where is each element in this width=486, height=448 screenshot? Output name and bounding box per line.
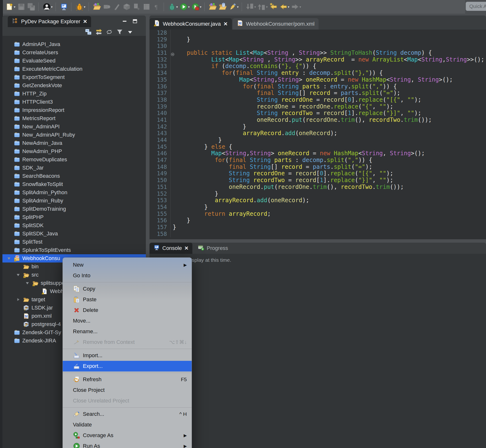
tree-item-sdk-jar[interactable]: SDK_Jar <box>2 164 146 172</box>
sync-icon[interactable] <box>105 27 113 37</box>
tree-item-splitsdk-java[interactable]: SplitSDK_Java <box>2 230 146 238</box>
project-closed-icon <box>14 180 20 188</box>
menu-item-go-into[interactable]: Go Into <box>63 270 192 281</box>
view-menu-icon[interactable] <box>126 27 134 37</box>
close-icon[interactable]: ✕ <box>83 19 88 24</box>
tree-item-snowflaketosplit[interactable]: SnowflakeToSplit <box>2 180 146 188</box>
close-icon[interactable]: ✕ <box>223 21 228 27</box>
project-closed-icon <box>14 230 20 238</box>
menu-item-search[interactable]: Search...^ H <box>63 409 192 419</box>
menu-item-paste[interactable]: Paste <box>63 294 192 305</box>
chevron-down-icon[interactable] <box>16 271 21 279</box>
tree-item-splitdemotraining[interactable]: SplitDemoTraining <box>2 205 146 213</box>
package-explorer-icon <box>12 17 18 26</box>
menu-item-refresh[interactable]: RefreshF5 <box>63 374 192 385</box>
menu-item-rename[interactable]: Rename... <box>63 326 192 337</box>
code-line-152: 152 } <box>149 191 486 197</box>
collapse-all-icon[interactable] <box>84 27 93 37</box>
chevron-right-icon[interactable] <box>16 296 21 304</box>
menu-item-copy[interactable]: Copy <box>63 284 192 294</box>
code-line-155: 155 return arrayRecord; <box>149 211 486 217</box>
tree-item-splitadmin-ruby[interactable]: SplitAdmin_Ruby <box>2 197 146 205</box>
tab-pydev-package-explorer[interactable]: PyDev Package Explorer ✕ <box>8 16 91 27</box>
line-number: 153 <box>149 197 170 204</box>
project-closed-icon <box>14 328 20 336</box>
tree-item-evaluateseed[interactable]: EvaluateSeed <box>2 57 146 65</box>
tree-item-splittest[interactable]: SplitTest <box>2 238 146 246</box>
menu-item-coverage-as[interactable]: Coverage As▶ <box>63 430 192 441</box>
debug-bug-button[interactable]: ▾ <box>75 1 86 12</box>
menu-item-delete[interactable]: Delete <box>63 305 192 316</box>
editor-tab-label: WebhookConsumer/pom.xml <box>246 21 315 27</box>
tree-item-label: SplitAdmin_Ruby <box>22 197 63 205</box>
tree-item-getzendeskvote[interactable]: GetZendeskVote <box>2 81 146 90</box>
folder-clipboard-button[interactable] <box>218 1 227 12</box>
code-text: for(final String parts : decomp.split(",… <box>170 157 372 164</box>
tree-item-splitphp[interactable]: SplitPHP <box>2 213 146 221</box>
console-tab-progress[interactable]: Progress <box>192 243 232 254</box>
convert-doc-button <box>132 1 141 12</box>
line-number: 129 <box>149 36 170 43</box>
menu-item-run-as[interactable]: Run As▶ <box>63 441 192 448</box>
tree-item-impressionreport[interactable]: ImpressionReport <box>2 106 146 114</box>
tree-item-http-zip[interactable]: HTTP_Zip <box>2 90 146 98</box>
back-button[interactable]: ▾ <box>279 1 290 12</box>
console-panel: Console✕Progress No consoles to display … <box>149 243 486 448</box>
code-line-157: 157} <box>149 224 486 231</box>
run-button[interactable]: ▾ <box>179 1 190 12</box>
menu-item-validate[interactable]: Validate <box>63 419 192 430</box>
tree-item-exporttosegment[interactable]: ExportToSegment <box>2 73 146 81</box>
console-tab-console[interactable]: Console✕ <box>149 243 192 254</box>
tree-item-httpclient3[interactable]: HTTPClient3 <box>2 98 146 106</box>
open-folder-balloons-button[interactable] <box>92 1 102 12</box>
pydev-console-button[interactable] <box>59 1 69 12</box>
tree-item-searchbeacons[interactable]: SearchBeacons <box>2 172 146 180</box>
tree-item-removeduplicates[interactable]: RemoveDuplicates <box>2 155 146 164</box>
code-editor[interactable]: 128129 }130131 public static List<Map<St… <box>149 30 486 239</box>
editor-tab-webhookconsumer-pom-xml[interactable]: MWebhookConsumer/pom.xml <box>233 18 319 30</box>
minimize-button[interactable] <box>122 18 128 24</box>
quick-access-input[interactable]: Quick A <box>466 2 486 11</box>
tree-item-splitadmin-python[interactable]: SplitAdmin_Python <box>2 188 146 197</box>
filter-icon[interactable] <box>116 27 124 37</box>
menu-item-new[interactable]: New▶ <box>63 260 192 270</box>
tree-item-correlateusers[interactable]: CorrelateUsers <box>2 48 146 57</box>
tree-item-metricsreport[interactable]: MetricsReport <box>2 114 146 122</box>
code-line-135: 135 Map<String,String> oneRecord = new H… <box>149 77 486 83</box>
tree-item-splunktosplitevents[interactable]: SplunkToSplitEvents <box>2 246 146 254</box>
prev-annotation-button: ▾ <box>257 1 268 12</box>
fold-marker-icon[interactable] <box>171 51 174 55</box>
chevron-down-icon[interactable] <box>25 279 30 287</box>
code-line-153: 153 arrayRecord.add(oneRecord); <box>149 197 486 204</box>
menu-item-close-project[interactable]: Close Project <box>63 385 192 395</box>
maximize-button[interactable] <box>132 18 138 24</box>
tree-item-new-adminapi[interactable]: New_AdminAPI <box>2 122 146 131</box>
last-edit-location-button[interactable] <box>269 1 278 12</box>
tree-item-executemetriccalculation[interactable]: ExecuteMetricCalculation <box>2 65 146 73</box>
code-text: } <box>170 137 222 144</box>
menu-item-move[interactable]: Move... <box>63 316 192 326</box>
user-profile-button[interactable]: ▾ <box>42 1 53 12</box>
chevron-down-icon[interactable] <box>7 254 11 263</box>
menu-item-import[interactable]: Import... <box>63 350 192 361</box>
close-icon[interactable]: ✕ <box>184 245 189 251</box>
tree-item-label: SearchBeacons <box>22 172 60 180</box>
tree-item-newadmin-java[interactable]: NewAdmin_Java <box>2 139 146 147</box>
link-editor-icon[interactable] <box>95 27 103 37</box>
open-type-folder-button[interactable] <box>208 1 217 12</box>
console-tab-icon <box>153 244 160 252</box>
menu-item-export[interactable]: Export... <box>63 361 192 371</box>
tree-item-adminapi-java[interactable]: AdminAPI_Java <box>2 40 146 48</box>
menu-item-label: Close Unrelated Project <box>73 398 129 404</box>
editor-tab-webhookconsumer-java[interactable]: JWebhookConsumer.java✕ <box>149 18 232 30</box>
delete-icon <box>73 307 80 314</box>
tree-item-new-adminapi-ruby[interactable]: New_AdminAPI_Ruby <box>2 131 146 139</box>
coverage-bug-button[interactable]: ▾ <box>167 1 178 12</box>
marker-pen-button[interactable]: ▾ <box>228 1 239 12</box>
chevron-down-icon: ▾ <box>176 5 178 9</box>
code-text: } <box>170 36 190 43</box>
tree-item-splitsdk[interactable]: SplitSDK <box>2 221 146 230</box>
new-wizard-button[interactable]: ▾ <box>5 1 16 12</box>
tree-item-newadmin-php[interactable]: NewAdmin_PHP <box>2 147 146 155</box>
run-external-button[interactable]: ▾ <box>191 1 202 12</box>
